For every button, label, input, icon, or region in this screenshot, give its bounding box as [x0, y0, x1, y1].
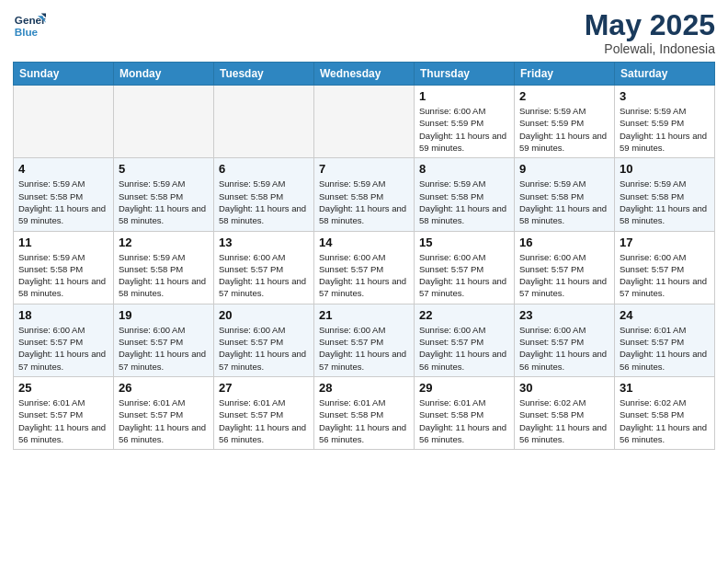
day-number: 3 [620, 89, 710, 103]
table-row: 22Sunrise: 6:00 AM Sunset: 5:57 PM Dayli… [415, 304, 515, 376]
table-row: 23Sunrise: 6:00 AM Sunset: 5:57 PM Dayli… [515, 304, 615, 376]
page: General Blue May 2025 Polewali, Indonesi… [0, 0, 728, 563]
day-number: 19 [119, 308, 209, 322]
day-number: 8 [419, 162, 509, 176]
header-wednesday: Wednesday [314, 63, 415, 86]
table-row: 16Sunrise: 6:00 AM Sunset: 5:57 PM Dayli… [515, 231, 615, 304]
day-info: Sunrise: 5:59 AM Sunset: 5:59 PM Dayligh… [620, 105, 710, 154]
table-row: 20Sunrise: 6:00 AM Sunset: 5:57 PM Dayli… [214, 304, 314, 376]
calendar-week-row: 18Sunrise: 6:00 AM Sunset: 5:57 PM Dayli… [14, 304, 715, 376]
day-info: Sunrise: 5:59 AM Sunset: 5:58 PM Dayligh… [18, 178, 108, 226]
location: Polewali, Indonesia [585, 41, 715, 56]
day-number: 30 [519, 381, 609, 395]
table-row: 1Sunrise: 6:00 AM Sunset: 5:59 PM Daylig… [415, 86, 515, 158]
header-saturday: Saturday [615, 63, 715, 86]
day-info: Sunrise: 5:59 AM Sunset: 5:58 PM Dayligh… [219, 178, 309, 226]
day-info: Sunrise: 6:01 AM Sunset: 5:57 PM Dayligh… [219, 396, 309, 445]
day-info: Sunrise: 5:59 AM Sunset: 5:58 PM Dayligh… [519, 178, 609, 226]
day-number: 27 [219, 381, 309, 395]
day-info: Sunrise: 6:02 AM Sunset: 5:58 PM Dayligh… [620, 396, 710, 445]
logo-icon: General Blue [13, 9, 46, 42]
day-number: 15 [419, 236, 509, 249]
day-number: 23 [519, 308, 609, 322]
table-row [14, 86, 114, 158]
day-number: 17 [620, 236, 710, 249]
day-info: Sunrise: 6:00 AM Sunset: 5:57 PM Dayligh… [319, 251, 409, 300]
day-number: 12 [119, 236, 209, 249]
day-number: 6 [219, 162, 309, 176]
table-row: 19Sunrise: 6:00 AM Sunset: 5:57 PM Dayli… [114, 304, 214, 376]
day-info: Sunrise: 6:00 AM Sunset: 5:57 PM Dayligh… [519, 251, 609, 300]
header-sunday: Sunday [14, 63, 114, 86]
table-row: 4Sunrise: 5:59 AM Sunset: 5:58 PM Daylig… [14, 158, 114, 231]
day-number: 14 [319, 236, 409, 249]
day-number: 29 [419, 381, 509, 395]
table-row: 3Sunrise: 5:59 AM Sunset: 5:59 PM Daylig… [615, 86, 715, 158]
day-number: 28 [319, 381, 409, 395]
table-row: 25Sunrise: 6:01 AM Sunset: 5:57 PM Dayli… [14, 376, 114, 449]
table-row: 6Sunrise: 5:59 AM Sunset: 5:58 PM Daylig… [214, 158, 314, 231]
day-number: 10 [620, 162, 710, 176]
table-row: 10Sunrise: 5:59 AM Sunset: 5:58 PM Dayli… [615, 158, 715, 231]
table-row: 28Sunrise: 6:01 AM Sunset: 5:58 PM Dayli… [314, 376, 415, 449]
calendar-week-row: 1Sunrise: 6:00 AM Sunset: 5:59 PM Daylig… [14, 86, 715, 158]
table-row: 15Sunrise: 6:00 AM Sunset: 5:57 PM Dayli… [415, 231, 515, 304]
day-info: Sunrise: 6:01 AM Sunset: 5:57 PM Dayligh… [18, 396, 108, 445]
day-info: Sunrise: 6:00 AM Sunset: 5:57 PM Dayligh… [119, 324, 209, 373]
day-number: 21 [319, 308, 409, 322]
day-number: 25 [18, 381, 108, 395]
table-row: 30Sunrise: 6:02 AM Sunset: 5:58 PM Dayli… [515, 376, 615, 449]
table-row: 17Sunrise: 6:00 AM Sunset: 5:57 PM Dayli… [615, 231, 715, 304]
day-info: Sunrise: 6:00 AM Sunset: 5:57 PM Dayligh… [620, 251, 710, 300]
day-info: Sunrise: 6:00 AM Sunset: 5:59 PM Dayligh… [419, 105, 509, 154]
header-monday: Monday [114, 63, 214, 86]
day-number: 16 [519, 236, 609, 249]
day-info: Sunrise: 5:59 AM Sunset: 5:59 PM Dayligh… [519, 105, 609, 154]
day-number: 1 [419, 89, 509, 103]
table-row: 11Sunrise: 5:59 AM Sunset: 5:58 PM Dayli… [14, 231, 114, 304]
day-info: Sunrise: 5:59 AM Sunset: 5:58 PM Dayligh… [18, 251, 108, 300]
day-number: 26 [119, 381, 209, 395]
table-row: 21Sunrise: 6:00 AM Sunset: 5:57 PM Dayli… [314, 304, 415, 376]
day-info: Sunrise: 6:00 AM Sunset: 5:57 PM Dayligh… [419, 324, 509, 373]
table-row: 29Sunrise: 6:01 AM Sunset: 5:58 PM Dayli… [415, 376, 515, 449]
day-number: 31 [620, 381, 710, 395]
day-info: Sunrise: 6:01 AM Sunset: 5:58 PM Dayligh… [419, 396, 509, 445]
svg-text:Blue: Blue [15, 26, 39, 38]
header-thursday: Thursday [415, 63, 515, 86]
table-row: 5Sunrise: 5:59 AM Sunset: 5:58 PM Daylig… [114, 158, 214, 231]
day-info: Sunrise: 6:00 AM Sunset: 5:57 PM Dayligh… [219, 324, 309, 373]
table-row: 9Sunrise: 5:59 AM Sunset: 5:58 PM Daylig… [515, 158, 615, 231]
weekday-header-row: Sunday Monday Tuesday Wednesday Thursday… [14, 63, 715, 86]
day-info: Sunrise: 5:59 AM Sunset: 5:58 PM Dayligh… [419, 178, 509, 226]
header-friday: Friday [515, 63, 615, 86]
logo: General Blue [13, 9, 46, 42]
day-number: 18 [18, 308, 108, 322]
day-number: 24 [620, 308, 710, 322]
table-row: 13Sunrise: 6:00 AM Sunset: 5:57 PM Dayli… [214, 231, 314, 304]
calendar-week-row: 4Sunrise: 5:59 AM Sunset: 5:58 PM Daylig… [14, 158, 715, 231]
month-title: May 2025 [585, 9, 715, 41]
day-number: 20 [219, 308, 309, 322]
table-row [314, 86, 415, 158]
table-row [114, 86, 214, 158]
table-row [214, 86, 314, 158]
table-row: 31Sunrise: 6:02 AM Sunset: 5:58 PM Dayli… [615, 376, 715, 449]
day-number: 9 [519, 162, 609, 176]
table-row: 12Sunrise: 5:59 AM Sunset: 5:58 PM Dayli… [114, 231, 214, 304]
day-info: Sunrise: 6:00 AM Sunset: 5:57 PM Dayligh… [219, 251, 309, 300]
calendar-week-row: 25Sunrise: 6:01 AM Sunset: 5:57 PM Dayli… [14, 376, 715, 449]
day-info: Sunrise: 5:59 AM Sunset: 5:58 PM Dayligh… [319, 178, 409, 226]
table-row: 7Sunrise: 5:59 AM Sunset: 5:58 PM Daylig… [314, 158, 415, 231]
calendar-week-row: 11Sunrise: 5:59 AM Sunset: 5:58 PM Dayli… [14, 231, 715, 304]
day-info: Sunrise: 6:00 AM Sunset: 5:57 PM Dayligh… [519, 324, 609, 373]
day-info: Sunrise: 6:01 AM Sunset: 5:57 PM Dayligh… [620, 324, 710, 373]
title-block: May 2025 Polewali, Indonesia [585, 9, 715, 56]
day-number: 11 [18, 236, 108, 249]
day-info: Sunrise: 6:02 AM Sunset: 5:58 PM Dayligh… [519, 396, 609, 445]
day-info: Sunrise: 6:00 AM Sunset: 5:57 PM Dayligh… [419, 251, 509, 300]
day-info: Sunrise: 6:00 AM Sunset: 5:57 PM Dayligh… [319, 324, 409, 373]
day-number: 5 [119, 162, 209, 176]
table-row: 27Sunrise: 6:01 AM Sunset: 5:57 PM Dayli… [214, 376, 314, 449]
day-info: Sunrise: 5:59 AM Sunset: 5:58 PM Dayligh… [119, 251, 209, 300]
